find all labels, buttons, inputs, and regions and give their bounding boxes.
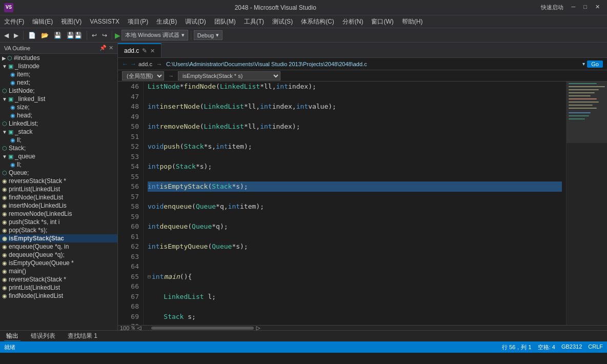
sidebar-item-queue-struct[interactable]: ▼ ▣ _queue: [0, 152, 117, 160]
menu-item-t[interactable]: 工具(T): [240, 15, 268, 28]
sidebar-item-stack[interactable]: ⬡ Stack;: [0, 144, 117, 152]
tab-close-button[interactable]: ✕: [150, 48, 155, 54]
sidebar-item-isemptystack[interactable]: ◉ isEmptyStack(Stac: [0, 234, 117, 242]
menu-item-p[interactable]: 项目(P): [124, 15, 152, 28]
sidebar-item-listnode[interactable]: ⬡ ListNode;: [0, 87, 117, 95]
toolbar-back[interactable]: ◀: [2, 31, 11, 40]
minimap[interactable]: [566, 82, 607, 325]
sidebar-item-isemptyqueue[interactable]: ◉ isEmptyQueue(Queue *: [0, 259, 117, 267]
toolbar-save-all[interactable]: 💾💾: [65, 31, 84, 40]
run-button[interactable]: ▶: [115, 31, 120, 39]
field-icon: ◉: [10, 71, 15, 78]
maximize-button[interactable]: □: [580, 3, 590, 12]
debug-target-dropdown[interactable]: 本地 Windows 调试器 ▾: [122, 30, 188, 41]
bottom-tab-errors[interactable]: 错误列表: [29, 332, 57, 340]
sidebar-item-reversestack1[interactable]: ◉ reverseStack(Stack *: [0, 177, 117, 185]
bottom-tab-output[interactable]: 输出: [4, 332, 21, 341]
item-label: head;: [17, 112, 32, 119]
nav-forward[interactable]: →: [130, 60, 136, 68]
item-label: next;: [17, 79, 30, 86]
menu-item-c[interactable]: 体系结构(C): [297, 15, 338, 28]
sidebar-item-printlist1[interactable]: ◉ printList(LinkedList: [0, 185, 117, 193]
scrollbar-thumb[interactable]: [151, 327, 254, 330]
menu-item-e[interactable]: 编辑(E): [28, 15, 57, 28]
func-icon: ◉: [2, 219, 7, 226]
fold-indicator[interactable]: ⊟: [148, 273, 151, 280]
sidebar-item-size[interactable]: ◉ size;: [0, 103, 117, 111]
quick-launch[interactable]: 快速启动: [538, 3, 566, 12]
sidebar-item-queue[interactable]: ⬡ Queue;: [0, 169, 117, 177]
code-editor[interactable]: 46 47 48 49 50 51 52 53 54 55 56 57 58 5…: [118, 82, 607, 325]
item-label: pop(Stack *s);: [9, 227, 47, 234]
sidebar-item-enqueue[interactable]: ◉ enqueue(Queue *q, in: [0, 242, 117, 251]
toolbar-redo[interactable]: ↪: [100, 31, 109, 40]
sidebar-content[interactable]: ▶ ⬡ #includes ▼ ▣ _listnode ◉ item; ◉ ne…: [0, 54, 117, 330]
item-label: item;: [17, 71, 30, 78]
code-content[interactable]: ListNode * findNode(LinkedList *ll, int …: [144, 82, 566, 325]
sidebar-item-linkedlist-struct[interactable]: ▼ ▣ _linked_list: [0, 95, 117, 103]
menu-item-b[interactable]: 生成(B): [152, 15, 181, 28]
code-line: int pop(Stack *s);: [148, 161, 562, 172]
menu-item-d[interactable]: 调试(D): [181, 15, 210, 28]
go-button[interactable]: Go: [587, 60, 603, 68]
item-label: insertNode(LinkedLis: [9, 202, 67, 209]
struct-icon: ▣: [8, 96, 13, 103]
menu-item-w[interactable]: 窗口(W): [367, 15, 397, 28]
sidebar-item-linkedlist[interactable]: ⬡ LinkedList;: [0, 119, 117, 128]
code-line: [148, 301, 562, 312]
nav-back[interactable]: ←: [122, 60, 128, 68]
minimize-button[interactable]: ─: [569, 3, 579, 12]
toolbar-save[interactable]: 💾: [52, 31, 64, 40]
debug-mode-dropdown[interactable]: Debug ▾: [194, 30, 222, 40]
menu-item-vassistx[interactable]: VASSISTX: [86, 15, 124, 28]
sidebar-pin-icon[interactable]: 📌: [99, 45, 107, 51]
func-icon: ◉: [2, 285, 7, 291]
menu-item-s[interactable]: 测试(S): [268, 15, 297, 28]
status-spaces: 空格: 4: [538, 343, 555, 351]
sidebar-item-stack-struct[interactable]: ▼ ▣ _stack: [0, 128, 117, 136]
menu-item-v[interactable]: 视图(V): [57, 15, 86, 28]
sidebar-item-removenode[interactable]: ◉ removeNode(LinkedLis: [0, 210, 117, 218]
sidebar-item-ll1[interactable]: ◉ ll;: [0, 136, 117, 144]
toolbar-undo[interactable]: ↩: [90, 31, 99, 40]
code-line: [148, 152, 562, 162]
sidebar-close-icon[interactable]: ✕: [109, 45, 113, 51]
sidebar-item-listnode-struct[interactable]: ▼ ▣ _listnode: [0, 62, 117, 70]
sidebar-item-includes[interactable]: ▶ ⬡ #includes: [0, 54, 117, 62]
sidebar-item-head[interactable]: ◉ head;: [0, 111, 117, 119]
menu-item-h[interactable]: 帮助(H): [398, 15, 427, 28]
sidebar-item-printlist2[interactable]: ◉ printList(LinkedList: [0, 284, 117, 292]
toolbar-forward[interactable]: ▶: [12, 31, 21, 40]
sidebar-item-findnode2[interactable]: ◉ findNode(LinkedList: [0, 292, 117, 300]
title-bar: VS 2048 - Microsoft Visual Studio 快速启动 ─…: [0, 0, 607, 15]
sidebar-item-pop[interactable]: ◉ pop(Stack *s);: [0, 226, 117, 234]
tab-add-c[interactable]: add.c ✎ ✕: [118, 43, 161, 57]
sidebar-item-main[interactable]: ◉ main(): [0, 267, 117, 275]
status-line-col: 行 56，列 1: [502, 343, 531, 351]
scope-left-select[interactable]: (全局范围): [122, 71, 164, 80]
horizontal-scrollbar[interactable]: 100 % ◁ ▷: [118, 325, 607, 330]
sidebar-item-ll2[interactable]: ◉ ll;: [0, 160, 117, 169]
item-label: enqueue(Queue *q, in: [9, 243, 69, 250]
scope-right-select[interactable]: isEmptyStack(Stack * s): [178, 71, 280, 80]
field-icon: ◉: [10, 104, 15, 111]
sidebar-item-item[interactable]: ◉ item;: [0, 70, 117, 78]
bottom-tab-find[interactable]: 查找结果 1: [66, 332, 99, 340]
code-line: [148, 192, 562, 202]
field-icon: ◉: [10, 161, 15, 168]
toolbar-open[interactable]: 📂: [39, 31, 51, 40]
sidebar-item-next[interactable]: ◉ next;: [0, 78, 117, 87]
toolbar: ◀ ▶ 📄 📂 💾 💾💾 ↩ ↪ ▶ 本地 Windows 调试器 ▾ Debu…: [0, 28, 607, 43]
toolbar-new[interactable]: 📄: [26, 31, 38, 40]
sidebar-item-insertnode[interactable]: ◉ insertNode(LinkedLis: [0, 201, 117, 210]
menu-item-m[interactable]: 团队(M): [210, 15, 240, 28]
ns-icon: ⬡: [7, 55, 12, 62]
menu-item-n[interactable]: 分析(N): [338, 15, 368, 28]
sidebar-item-push[interactable]: ◉ push(Stack *s, int i: [0, 218, 117, 226]
field-icon: ◉: [10, 137, 15, 144]
menu-item-f[interactable]: 文件(F): [0, 15, 28, 28]
sidebar-item-reversestack2[interactable]: ◉ reverseStack(Stack *: [0, 275, 117, 284]
sidebar-item-dequeue[interactable]: ◉ dequeue(Queue *q);: [0, 251, 117, 259]
close-button[interactable]: ✕: [592, 3, 603, 12]
sidebar-item-findnode1[interactable]: ◉ findNode(LinkedList: [0, 193, 117, 201]
